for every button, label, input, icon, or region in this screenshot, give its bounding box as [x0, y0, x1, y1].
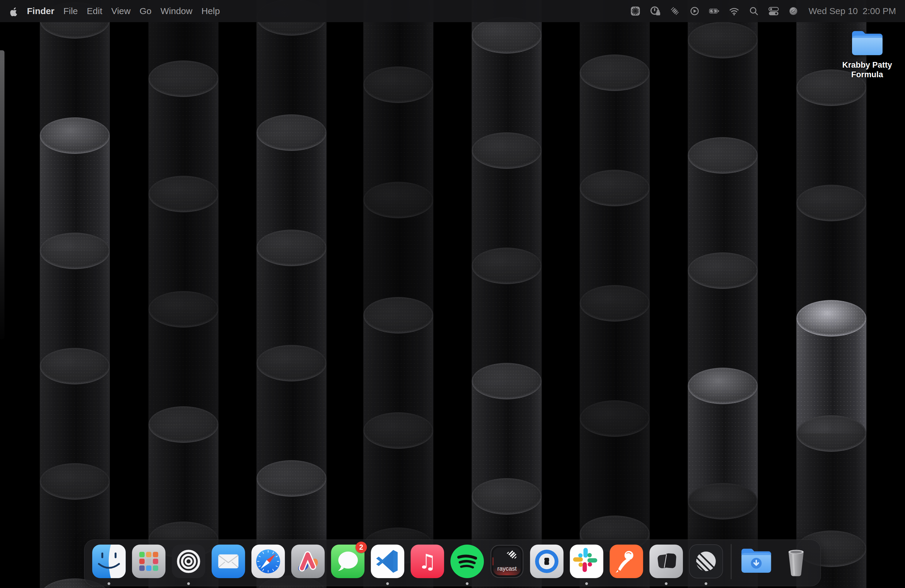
- dock-item-concentric-rings-app[interactable]: [171, 544, 206, 585]
- wallpaper-cylinder-segment: [472, 248, 542, 363]
- cylinder-cap: [363, 67, 433, 103]
- menu-edit[interactable]: Edit: [82, 0, 107, 22]
- wallpaper-cylinder-segment: [796, 70, 866, 185]
- menu-go[interactable]: Go: [135, 0, 156, 22]
- control-center-icon[interactable]: [768, 5, 779, 17]
- wallpaper-cylinder-segment: [580, 170, 650, 285]
- wallpaper-cylinder-segment: [256, 345, 327, 460]
- dock-item-1password[interactable]: [529, 544, 564, 585]
- cylinder-cap: [363, 412, 433, 449]
- cylinder-cap: [40, 463, 110, 500]
- cylinder-cap: [256, 114, 327, 151]
- wallpaper-cylinder-segment: [148, 291, 219, 406]
- cylinder-cap: [256, 345, 327, 381]
- dock-item-spotify[interactable]: [450, 544, 484, 585]
- cylinder-cap: [363, 182, 433, 218]
- cylinder-cap: [580, 400, 650, 437]
- raycast-menu-icon[interactable]: [669, 5, 681, 17]
- menu-view[interactable]: View: [107, 0, 135, 22]
- cylinder-cap: [796, 415, 866, 452]
- dock-item-raycast[interactable]: raycast: [490, 544, 524, 585]
- wallpaper-cylinder-segment: [688, 368, 758, 483]
- apple-menu-icon[interactable]: [9, 6, 22, 16]
- dock-item-postman[interactable]: [609, 544, 644, 585]
- wallpaper-cylinder-segment: [148, 60, 219, 176]
- running-indicator-dot: [705, 582, 708, 585]
- menu-bar-clock[interactable]: Wed Sep 102:00 PM: [809, 6, 896, 16]
- dock-item-trash[interactable]: [779, 544, 813, 585]
- spotlight-search-icon[interactable]: [748, 5, 760, 17]
- running-indicator-dot: [108, 582, 110, 585]
- menu-window[interactable]: Window: [156, 0, 197, 22]
- dock-separator: [731, 544, 732, 579]
- wallpaper-cylinder-segment: [40, 233, 110, 348]
- battery-charging-icon[interactable]: [709, 5, 720, 17]
- wallpaper-cylinder-segment: [580, 400, 650, 516]
- folder-label: Krabby Patty Formula: [837, 60, 898, 79]
- now-playing-menu-icon[interactable]: [689, 5, 700, 17]
- cylinder-cap: [40, 233, 110, 269]
- wallpaper-cylinder-segment: [472, 363, 542, 478]
- power-lock-menu-icon[interactable]: [649, 5, 661, 17]
- wallpaper-cylinder-segment: [256, 230, 327, 345]
- wallpaper-cylinders: [0, 0, 905, 588]
- macos-desktop: FinderFileEditViewGoWindowHelp Wed Sep 1…: [0, 0, 905, 588]
- wallpaper-cylinder-segment: [472, 17, 542, 132]
- wallpaper-cylinder-segment: [40, 348, 110, 463]
- cylinder-cap: [148, 176, 219, 212]
- siri-icon[interactable]: [788, 5, 799, 17]
- wallpaper-edge-cylinder: [0, 50, 5, 339]
- menu-help[interactable]: Help: [197, 0, 224, 22]
- svg-text:raycast: raycast: [497, 565, 517, 572]
- dock-item-arc-browser[interactable]: [291, 544, 325, 585]
- dock-item-linear[interactable]: [689, 544, 723, 585]
- dock-item-dia-app[interactable]: [649, 544, 684, 585]
- dock-item-vscode[interactable]: [370, 544, 405, 585]
- dock-item-launchpad[interactable]: [132, 544, 166, 585]
- wallpaper-cylinder-segment: [148, 406, 219, 521]
- wallpaper-cylinder-segment: [363, 412, 433, 528]
- dock-item-downloads-folder[interactable]: [739, 544, 773, 585]
- sparkle-menu-icon[interactable]: [630, 5, 641, 17]
- dock-item-mail[interactable]: [211, 544, 246, 585]
- wallpaper-cylinder-segment: [688, 137, 758, 253]
- dock-item-finder[interactable]: [92, 544, 126, 585]
- cylinder-cap: [580, 54, 650, 91]
- cylinder-cap: [796, 300, 866, 337]
- menu-bar: FinderFileEditViewGoWindowHelp Wed Sep 1…: [0, 0, 905, 22]
- dock-item-apple-music[interactable]: ♫: [410, 544, 445, 585]
- menu-bar-status-area: Wed Sep 102:00 PM: [626, 5, 896, 17]
- cylinder-cap: [363, 297, 433, 334]
- wallpaper-cylinder-segment: [796, 185, 866, 300]
- cylinder-cap: [472, 132, 542, 169]
- clock-date: Wed Sep 10: [809, 6, 858, 16]
- cylinder-cap: [688, 483, 758, 520]
- cylinder-cap: [472, 478, 542, 515]
- menu-file[interactable]: File: [59, 0, 82, 22]
- dock-item-slack[interactable]: [569, 544, 604, 585]
- wallpaper-cylinder-segment: [256, 114, 327, 230]
- dock-item-safari[interactable]: [251, 544, 286, 585]
- running-indicator-dot: [187, 582, 190, 585]
- cylinder-cap: [580, 285, 650, 321]
- dock-item-messages[interactable]: 2: [330, 544, 365, 585]
- cylinder-cap: [796, 185, 866, 221]
- cylinder-cap: [688, 137, 758, 174]
- wifi-icon[interactable]: [729, 5, 740, 17]
- cylinder-cap: [580, 170, 650, 206]
- desktop-folder-krabby-patty-formula[interactable]: Krabby Patty Formula: [837, 27, 898, 79]
- wallpaper-cylinder-segment: [363, 297, 433, 412]
- dock: 2♫raycast: [84, 539, 821, 586]
- running-indicator-dot: [466, 582, 468, 585]
- folder-icon: [849, 27, 885, 57]
- cylinder-cap: [148, 406, 219, 443]
- wallpaper-cylinder-segment: [363, 182, 433, 297]
- running-indicator-dot: [386, 582, 389, 585]
- menu-finder[interactable]: Finder: [22, 0, 59, 22]
- menu-bar-left: FinderFileEditViewGoWindowHelp: [9, 0, 224, 22]
- wallpaper-cylinder-segment: [796, 415, 866, 531]
- svg-text:♫: ♫: [418, 550, 437, 573]
- running-indicator-dot: [585, 582, 588, 585]
- cylinder-cap: [256, 460, 327, 497]
- wallpaper-cylinder-segment: [580, 54, 650, 170]
